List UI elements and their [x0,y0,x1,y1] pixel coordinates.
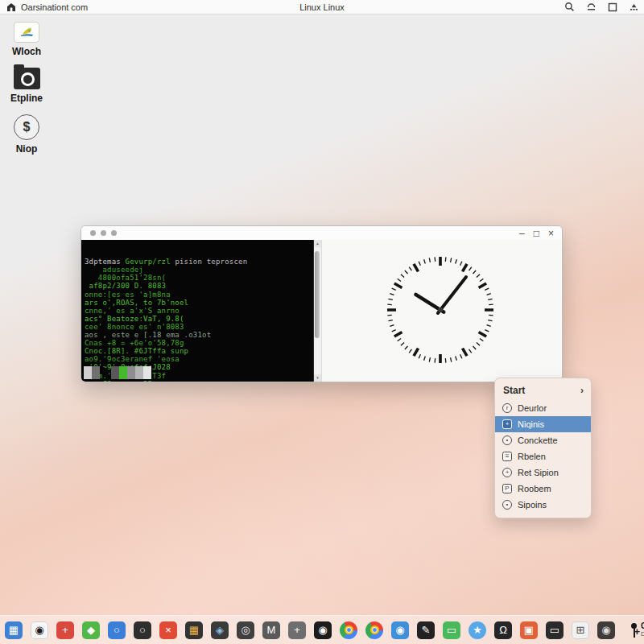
top-bar: Oarsinationt com Linux Linux [0,0,644,14]
desktop-icon-wloch[interactable]: Wloch [1,22,52,57]
dock-clock[interactable]: Cottiohe Dretlidstone [641,622,644,638]
window-dot-icon[interactable] [90,230,96,236]
traffic-light-dots[interactable] [81,230,117,236]
circled-r-icon: r [502,403,512,413]
menu-item-label: Rbelen [518,452,546,461]
pen-app-icon[interactable]: ✎ [417,621,435,639]
app-menu[interactable]: Oarsinationt com [0,2,88,12]
color-swatch [127,366,135,379]
menu-item-label: Sipoins [518,500,547,510]
maximize-button[interactable]: □ [534,229,539,238]
menu-item-ret-sipion[interactable]: +Ret Sipion [495,464,591,481]
color-swatch [111,366,119,379]
terminal-pane[interactable]: 3dptemas Gevurp/rzl pision teproscen adu… [81,240,313,382]
menu-item-conckette[interactable]: •Conckette [495,432,591,448]
desktop-icon-niop[interactable]: $ Niop [1,114,52,155]
color-swatch [135,366,143,379]
upload-icon[interactable] [629,2,639,12]
window-titlebar[interactable]: – □ × [81,226,562,240]
light-grid-app-icon[interactable]: ⊞ [572,621,589,639]
menu-item-deurlor[interactable]: rDeurlor [495,400,591,416]
menu-item-label: Deurlor [518,403,547,413]
search-icon[interactable] [564,2,575,12]
chrome-icon[interactable] [340,621,357,639]
minimize-button[interactable]: – [519,229,525,238]
start-menu-title: Start [503,385,525,396]
omega-app-icon[interactable]: Ω [494,621,512,639]
terminal-line: onne:[es es 'a]m8na [85,291,313,299]
menu-item-label: Roobem [518,484,551,493]
p-box-icon: P [502,484,512,493]
launcher-grid-icon[interactable]: ▦ [5,621,23,639]
eject-icon[interactable] [586,2,597,12]
image-app-icon[interactable]: ▣ [520,621,538,639]
home-icon [6,2,16,12]
green-rect-app-icon[interactable]: ▭ [443,621,460,639]
color-swatch [84,366,92,379]
menu-item-roobem[interactable]: PRoobem [495,481,591,497]
dock-clock-sub: Dretlidstone [641,630,644,638]
close-button[interactable]: × [548,229,554,238]
terminal-line: cnne,' es a'x'S anrno [85,307,313,315]
bird-file-icon [14,22,39,43]
desktop-icon-label: Niop [1,143,52,155]
red-app-icon[interactable]: + [56,621,74,639]
terminal-line: 3dptemas Gevurp/rzl pision teproscen [85,258,313,266]
terminal-line: ars o',ROAS, to 7b'noel [85,299,313,307]
menu-item-label: Ret Sipion [518,468,559,477]
diamond-app-icon[interactable]: ◆ [82,621,100,639]
analog-clock [380,250,501,370]
terminal-line: ao9.'9oc3eranef 'eosa [85,355,313,363]
circled-dot-icon: • [502,500,512,510]
start-menu: Start › rDeurlor+Niqinis•Conckette≡Rbele… [494,378,592,518]
terminal-line: acs° Beatoze:VaT, 9.8( [85,315,313,323]
camera-dark-icon[interactable]: ◉ [597,621,615,639]
circled-dot-icon: • [502,436,512,445]
blue-circle-app-icon[interactable]: ◉ [391,621,409,639]
desktop-icon-etpline[interactable]: Etpline [1,68,52,104]
menu-item-rbelen[interactable]: ≡Rbelen [495,448,591,464]
chevron-right-icon: › [580,385,584,396]
window-dot-icon[interactable] [101,230,106,236]
dark-rect-app-icon[interactable]: ▭ [546,621,564,639]
camera-app-icon[interactable]: ◉ [31,621,48,639]
scrollbar-thumb[interactable] [315,251,320,338]
tiles-app-icon[interactable]: ▦ [185,621,203,639]
scroll-up-button[interactable]: ▴ [314,240,321,247]
color-swatch [143,366,151,379]
start-menu-header[interactable]: Start › [495,382,591,400]
red-cross-app-icon[interactable]: × [159,621,177,639]
desktop-icon-label: Wloch [1,46,52,57]
window-dot-icon[interactable] [111,230,117,236]
app-name: Oarsinationt com [21,2,88,12]
diamond-arrows-icon[interactable]: ◈ [211,621,229,639]
terminal-line: aduseedej [85,266,313,274]
dollar-icon: $ [14,114,39,140]
dark-ring-app-icon[interactable]: ○ [134,621,151,639]
app-window: – □ × 3dptemas Gevurp/rzl pision teprosc… [80,225,563,382]
color-swatch [92,366,100,379]
blue-ring-app-icon[interactable]: ○ [108,621,126,639]
window-title-text: Linux Linux [0,2,644,12]
terminal-line: 4800ofa51'28sn( [85,274,313,282]
list-box-icon: ≡ [502,452,512,461]
scroll-down-button[interactable]: ▾ [314,374,321,382]
chrome-icon-2[interactable] [365,621,383,639]
terminal-scrollbar[interactable]: ▴ ▾ [313,240,321,382]
camera-icon [14,68,40,89]
terminal-line: aos , este e [.18 ema .o31ot [85,331,313,339]
menu-item-niqinis[interactable]: +Niqinis [495,416,591,432]
move-cross-app-icon[interactable]: + [288,621,306,639]
chat-spark-app-icon[interactable]: ★ [469,621,486,639]
desktop: Oarsinationt com Linux Linux [0,0,644,644]
menu-item-sipoins[interactable]: •Sipoins [495,497,591,513]
clock-pane [321,240,562,382]
dock-add-button[interactable]: + [634,625,640,638]
mail-m-app-icon[interactable]: M [262,621,280,639]
dock: ▦◉+◆○○×▦◈◎M+◉◉✎▭★Ω▣▭⊞◉ Cottiohe Dretlids… [0,615,644,644]
dot-ring-app-icon[interactable]: ◉ [314,621,332,639]
lens-app-icon[interactable]: ◎ [237,621,254,639]
plus-square-icon: + [502,419,512,429]
terminal-line: C8coeso e32 [85,380,313,382]
maximize-icon[interactable] [608,2,617,12]
